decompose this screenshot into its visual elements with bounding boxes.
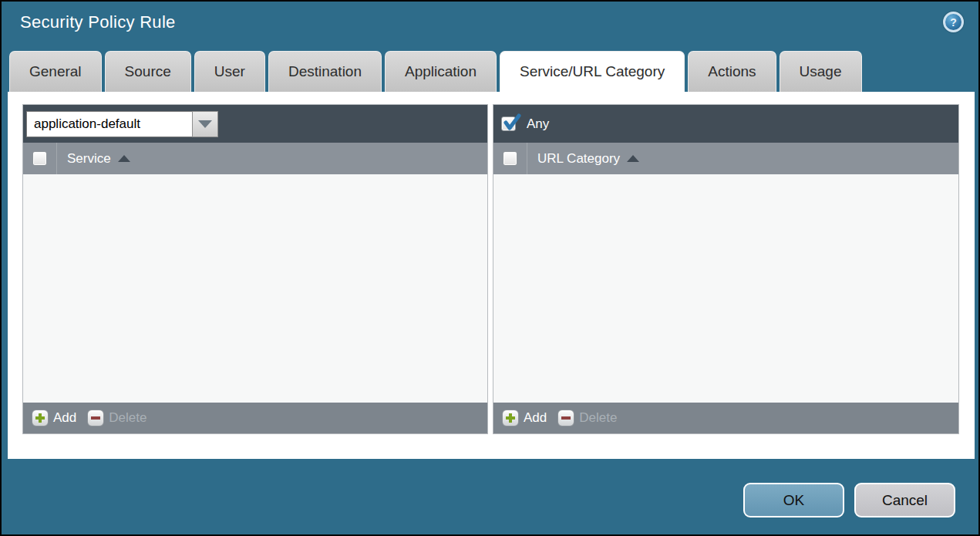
tab-source[interactable]: Source: [105, 51, 191, 92]
service-toolbar: [23, 105, 487, 143]
any-row: Any: [493, 116, 549, 132]
tab-destination[interactable]: Destination: [268, 51, 382, 92]
service-type-combobox: [26, 111, 218, 137]
any-checkbox[interactable]: [501, 116, 516, 131]
sort-ascending-icon: [118, 155, 130, 162]
tab-user[interactable]: User: [194, 51, 265, 92]
service-column-label[interactable]: Service: [67, 151, 111, 167]
url-category-panel: Any URL Category Add: [493, 104, 959, 434]
tab-general[interactable]: General: [9, 51, 102, 92]
delete-label: Delete: [109, 410, 146, 426]
dialog-body: Service Add Delete: [8, 92, 975, 459]
service-type-input[interactable]: [26, 111, 192, 137]
minus-icon: [557, 410, 574, 426]
delete-label: Delete: [579, 410, 617, 426]
any-label: Any: [527, 116, 549, 132]
help-icon[interactable]: ?: [943, 12, 964, 32]
service-select-all-checkbox[interactable]: [32, 151, 47, 166]
service-footer: Add Delete: [23, 403, 487, 433]
tab-label: Actions: [708, 63, 756, 80]
url-category-footer: Add Delete: [493, 403, 958, 433]
url-category-add-button[interactable]: Add: [502, 410, 547, 426]
select-all-cell: [493, 143, 527, 174]
add-label: Add: [524, 410, 547, 426]
tab-label: Usage: [800, 63, 842, 80]
tab-label: Source: [125, 63, 171, 80]
select-all-cell: [23, 143, 57, 174]
sort-ascending-icon: [627, 155, 639, 162]
security-policy-rule-dialog: Security Policy Rule ? General Source Us…: [0, 0, 980, 536]
service-list-area[interactable]: [23, 174, 487, 403]
url-category-column-header: URL Category: [493, 143, 958, 174]
question-mark-glyph: ?: [950, 16, 957, 29]
tab-usage[interactable]: Usage: [780, 51, 862, 92]
tab-label: Application: [405, 63, 477, 80]
tab-label: Destination: [288, 63, 362, 80]
add-label: Add: [53, 410, 76, 426]
plus-icon: [502, 410, 519, 426]
tab-label: General: [29, 63, 82, 80]
url-category-column-label[interactable]: URL Category: [537, 151, 620, 167]
ok-button[interactable]: OK: [743, 483, 844, 517]
tab-service-url-category[interactable]: Service/URL Category: [500, 51, 685, 92]
tab-label: User: [214, 63, 245, 80]
checkmark-icon: [502, 113, 522, 133]
service-add-button[interactable]: Add: [32, 410, 76, 426]
service-delete-button[interactable]: Delete: [87, 410, 146, 426]
url-category-list-area[interactable]: [493, 174, 958, 403]
minus-icon: [87, 410, 104, 426]
cancel-label: Cancel: [882, 492, 928, 509]
service-column-header: Service: [23, 143, 487, 174]
plus-icon: [32, 410, 49, 426]
chevron-down-icon: [198, 120, 212, 128]
tab-label: Service/URL Category: [520, 63, 665, 80]
tab-bar: General Source User Destination Applicat…: [9, 51, 862, 92]
url-category-select-all-checkbox[interactable]: [503, 151, 517, 166]
url-category-delete-button[interactable]: Delete: [557, 410, 617, 426]
tab-actions[interactable]: Actions: [688, 51, 776, 92]
url-category-toolbar: Any: [493, 105, 958, 143]
dialog-title: Security Policy Rule: [20, 12, 176, 32]
cancel-button[interactable]: Cancel: [854, 483, 955, 517]
service-type-dropdown-button[interactable]: [192, 111, 218, 137]
ok-label: OK: [783, 492, 804, 509]
tab-application[interactable]: Application: [385, 51, 497, 92]
service-panel: Service Add Delete: [22, 104, 488, 434]
